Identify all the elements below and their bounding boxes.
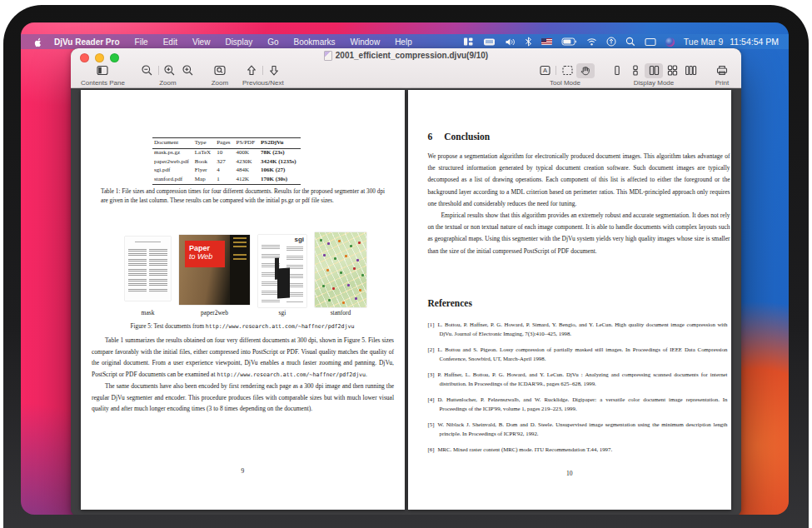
table-row: paper2web.pdfBook3274230K3424K (1235s) — [152, 157, 301, 167]
wifi-icon[interactable] — [586, 37, 597, 46]
page-10[interactable]: 6Conclusion We propose a segmentation al… — [408, 90, 732, 510]
table-cell: Map — [193, 175, 215, 184]
print-button[interactable] — [713, 63, 731, 78]
sgi-logo-text: sgi — [294, 236, 304, 243]
table-caption: Table 1: File sizes and compression time… — [101, 187, 385, 205]
menu-item-bookmarks[interactable]: Bookmarks — [286, 37, 343, 47]
paragraph: Empirical results show that this algorit… — [428, 210, 730, 257]
bluetooth-icon[interactable] — [525, 37, 532, 47]
table-row: mask.ps.gzLaTeX10400K78K (23s) — [152, 148, 301, 157]
spotlight-icon[interactable] — [625, 37, 635, 47]
mockup-canvas: DjVu Reader Pro FileEditViewDisplayGoBoo… — [0, 0, 812, 528]
two-page-continuous-mode-button[interactable] — [663, 63, 681, 78]
zoom-window-button[interactable] — [110, 53, 119, 62]
menu-item-window[interactable]: Window — [343, 37, 388, 47]
body-text: Table 1 summarizes the results obtained … — [92, 335, 394, 415]
apple-menu-icon[interactable] — [32, 37, 42, 47]
paragraph: Table 1 summarizes the results obtained … — [92, 335, 394, 381]
table-cell: 10 — [215, 148, 234, 157]
contents-pane-label: Contents Pane — [81, 79, 125, 87]
reference-item: [6]MRC. Mixed raster content (MRC) mode.… — [428, 446, 728, 455]
paragraph: We propose a segmentation algorithm for … — [428, 151, 730, 210]
toolbar: Contents Pane — [71, 62, 741, 87]
display-mode-label: Display Mode — [634, 79, 674, 87]
menu-item-file[interactable]: File — [127, 37, 156, 47]
table-cell: 4 — [215, 167, 234, 176]
contents-pane-button[interactable] — [93, 63, 112, 78]
siri-icon[interactable] — [665, 37, 675, 47]
print-group: Print — [713, 62, 731, 87]
table-row: sgi.pdfFlyer4484K106K (27) — [152, 167, 301, 176]
menu-item-go[interactable]: Go — [260, 37, 286, 47]
hand-tool-button[interactable] — [576, 63, 595, 78]
next-page-button[interactable] — [265, 63, 283, 78]
section-heading: 6Conclusion — [428, 132, 491, 142]
display-mirror-icon[interactable] — [645, 37, 656, 47]
close-button[interactable] — [80, 53, 89, 62]
prev-next-label: Previous/Next — [242, 79, 284, 87]
table-cell: LaTeX — [193, 148, 215, 157]
menu-item-display[interactable]: Display — [217, 37, 260, 47]
minimize-button[interactable] — [95, 53, 104, 62]
thumb-label-sgi: sgi — [258, 309, 306, 316]
table-cell: Book — [193, 157, 215, 167]
zoom-out-button[interactable] — [138, 63, 157, 78]
page-number-9: 9 — [81, 467, 405, 475]
figure-caption: Figure 5: Test documents from http://www… — [92, 323, 392, 330]
menubar-status-area: Tue Mar 9 11:54:54 PM — [463, 37, 789, 47]
display-mode-group: Display Mode — [608, 62, 700, 87]
reference-item: [4]D. Huttenlocher, P. Felzenszwalb, and… — [428, 396, 728, 414]
single-page-mode-button[interactable] — [608, 63, 626, 78]
three-column-mode-button[interactable] — [681, 63, 700, 78]
svg-text:A: A — [542, 67, 546, 74]
upload-circle-icon[interactable] — [606, 37, 616, 47]
menubar-items: FileEditViewDisplayGoBookmarksWindowHelp — [127, 37, 420, 47]
menubar-date[interactable]: Tue Mar 9 — [684, 37, 723, 47]
thumbnail-paper2web: Paperto Web — [179, 235, 250, 305]
cover-title-line1: Paper — [189, 244, 210, 252]
prev-next-group: Previous/Next — [242, 62, 284, 87]
table-cell: mask.ps.gz — [152, 148, 193, 157]
reference-item: [1]L. Bottou, P. Haffner, P. G. Howard, … — [428, 321, 728, 339]
menu-item-app-name[interactable]: DjVu Reader Pro — [47, 37, 127, 47]
app-windows-icon[interactable] — [463, 37, 474, 47]
marquee-select-tool-button[interactable] — [558, 63, 576, 78]
previous-page-button[interactable] — [242, 63, 261, 78]
table-header: PS2DjVu — [259, 138, 301, 149]
table-cell: sgi.pdf — [152, 167, 193, 176]
title-bar[interactable]: 2001_efficient_compression.djvu(9/10) — [71, 48, 741, 62]
volume-icon[interactable] — [505, 37, 516, 47]
table-cell: 106K (27) — [259, 167, 301, 176]
zoom-selection-button[interactable] — [211, 63, 229, 78]
thumbnail-mask — [125, 237, 171, 301]
zoom-actual-button[interactable] — [179, 63, 197, 78]
text-select-tool-button[interactable]: A — [536, 63, 554, 78]
menu-item-edit[interactable]: Edit — [156, 37, 185, 47]
zoom-in-button[interactable] — [161, 63, 179, 78]
zoom-selection-group: Zoom — [211, 62, 229, 87]
keyboard-icon[interactable] — [483, 37, 496, 47]
menu-item-help[interactable]: Help — [387, 37, 420, 47]
battery-icon[interactable] — [561, 37, 577, 46]
contents-pane-group: Contents Pane — [81, 62, 125, 87]
menu-item-view[interactable]: View — [185, 37, 218, 47]
thumbnail-stanford — [315, 232, 366, 307]
thumb-label-stanford: stanford — [315, 309, 366, 316]
window-header[interactable]: 2001_efficient_compression.djvu(9/10) Co… — [71, 48, 741, 88]
results-table: DocumentTypePagesPS/PDFPS2DjVu mask.ps.g… — [152, 137, 301, 185]
continuous-mode-button[interactable] — [626, 63, 645, 78]
table-cell: paper2web.pdf — [152, 157, 193, 167]
two-page-mode-button[interactable] — [645, 63, 663, 78]
table-cell: 4230K — [234, 157, 259, 167]
page-9[interactable]: DocumentTypePagesPS/PDFPS2DjVu mask.ps.g… — [81, 90, 405, 510]
table-header: PS/PDF — [234, 138, 259, 149]
table-cell: 3424K (1235s) — [259, 157, 301, 167]
print-label: Print — [715, 79, 729, 87]
document-view[interactable]: DocumentTypePagesPS/PDFPS2DjVu mask.ps.g… — [71, 88, 741, 515]
menubar-time[interactable]: 11:54:54 PM — [730, 37, 779, 47]
table-cell: 78K (23s) — [259, 148, 301, 157]
page-number-10: 10 — [408, 470, 732, 477]
references-list: [1]L. Bottou, P. Haffner, P. G. Howard, … — [428, 321, 728, 462]
input-flag-icon[interactable] — [541, 38, 552, 45]
tool-mode-group: A Tool Mode — [536, 62, 595, 87]
